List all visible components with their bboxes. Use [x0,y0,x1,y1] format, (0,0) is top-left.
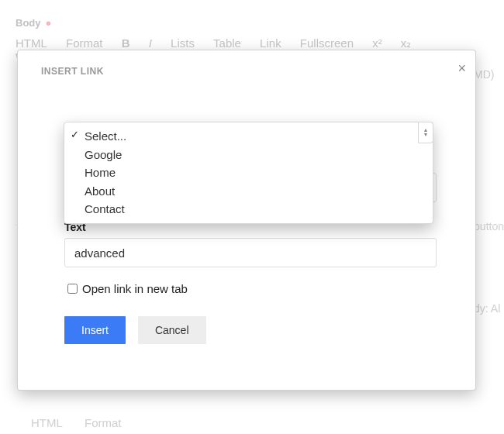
select-option-google[interactable]: Google [64,146,433,164]
select-option-about[interactable]: About [64,182,433,201]
modal-title: INSERT LINK [41,66,452,77]
open-new-tab-label: Open link in new tab [82,282,188,295]
text-input[interactable] [64,238,437,267]
insert-link-modal: INSERT LINK × ▲▼ ✓ Select... Google Home… [17,50,476,391]
body-field-label: Body● [16,17,504,29]
insert-button[interactable]: Insert [64,316,126,344]
open-new-tab-checkbox[interactable] [67,284,78,294]
cancel-button[interactable]: Cancel [138,316,206,344]
close-button[interactable]: × [457,61,466,75]
checkmark-icon: ✓ [71,129,79,142]
background-right-text: MD) button dy: Al [474,68,504,346]
open-new-tab-row[interactable]: Open link in new tab [64,281,437,296]
link-select-dropdown[interactable]: ▲▼ ✓ Select... Google Home About Contact [64,122,433,224]
select-option-contact[interactable]: Contact [64,200,433,219]
select-option-home[interactable]: Home [64,164,433,182]
select-option-placeholder[interactable]: ✓ Select... [64,127,433,146]
